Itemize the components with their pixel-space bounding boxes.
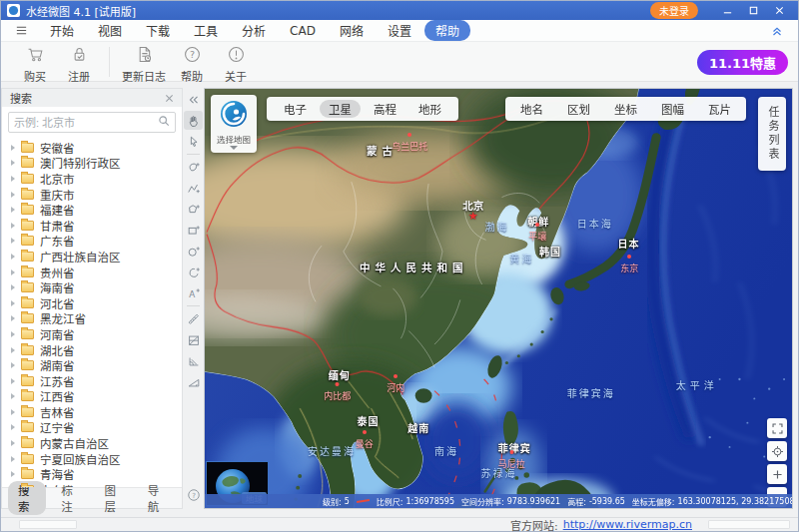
expand-arrow-icon[interactable]	[11, 269, 15, 275]
hamburger-menu-icon[interactable]	[11, 24, 31, 37]
measure-angle-tool[interactable]	[184, 351, 203, 370]
help-button[interactable]: ? 帮助	[170, 44, 214, 84]
promo-badge[interactable]: 11.11特惠	[697, 50, 788, 75]
draw-circle-tool[interactable]	[184, 242, 203, 261]
tree-item[interactable]: 澳门特别行政区	[2, 156, 182, 172]
tree-item[interactable]: 黑龙江省	[2, 311, 182, 327]
tree-item[interactable]: 吉林省	[2, 404, 182, 420]
tree-item[interactable]: 海南省	[2, 279, 182, 295]
fullscreen-button[interactable]	[767, 418, 787, 438]
expand-arrow-icon[interactable]	[11, 456, 15, 462]
menu-item-view[interactable]: 视图	[87, 20, 133, 41]
toggle-mapsheet[interactable]: 图幅	[652, 100, 693, 118]
tree-item[interactable]: 河北省	[2, 295, 182, 311]
map-help-icon[interactable]: ?	[184, 485, 203, 504]
collapse-ribbon-icon[interactable]	[766, 24, 788, 38]
tree-item[interactable]: 河南省	[2, 326, 182, 342]
layer-electronic[interactable]: 电子	[275, 100, 316, 118]
expand-arrow-icon[interactable]	[11, 471, 15, 477]
measure-area-tool[interactable]	[184, 330, 203, 349]
expand-arrow-icon[interactable]	[11, 160, 15, 166]
expand-arrow-icon[interactable]	[11, 238, 15, 244]
expand-arrow-icon[interactable]	[11, 223, 15, 229]
minimize-button[interactable]	[714, 2, 740, 19]
expand-arrow-icon[interactable]	[11, 300, 15, 306]
menu-item-settings[interactable]: 设置	[377, 20, 422, 41]
tree-item[interactable]: 重庆市	[2, 187, 182, 203]
menu-item-download[interactable]: 下载	[135, 20, 181, 41]
map-source-selector[interactable]: 选择地图	[211, 95, 257, 153]
close-button[interactable]	[766, 2, 792, 19]
draw-rectangle-tool[interactable]	[184, 221, 203, 240]
expand-arrow-icon[interactable]	[11, 331, 15, 337]
tree-item[interactable]: 湖南省	[2, 357, 182, 373]
layer-elevation[interactable]: 高程	[365, 100, 405, 118]
expand-arrow-icon[interactable]	[11, 424, 15, 430]
expand-arrow-icon[interactable]	[11, 378, 15, 384]
website-link[interactable]: http://www.rivermap.cn	[563, 518, 692, 531]
layer-terrain[interactable]: 地形	[409, 100, 450, 118]
layer-satellite[interactable]: 卫星	[320, 100, 361, 118]
expand-arrow-icon[interactable]	[11, 254, 15, 260]
draw-polygon-tool[interactable]	[184, 200, 203, 219]
tree-item[interactable]: 内蒙古自治区	[2, 435, 182, 451]
menu-item-analysis[interactable]: 分析	[231, 20, 277, 41]
tree-item[interactable]: 广东省	[2, 234, 182, 250]
tree-item[interactable]: 江苏省	[2, 373, 182, 389]
login-status-badge[interactable]: 未登录	[650, 2, 698, 19]
search-icon[interactable]	[158, 115, 170, 130]
tree-item[interactable]: 贵州省	[2, 265, 182, 280]
tree-item[interactable]: 福建省	[2, 202, 182, 218]
expand-arrow-icon[interactable]	[11, 284, 15, 290]
toggle-placenames[interactable]: 地名	[511, 100, 552, 118]
select-tool[interactable]	[184, 132, 203, 151]
toggle-tiles[interactable]: 瓦片	[699, 100, 740, 118]
menu-item-tools[interactable]: 工具	[183, 20, 229, 41]
expand-arrow-icon[interactable]	[11, 176, 15, 182]
menu-item-network[interactable]: 网络	[329, 20, 375, 41]
buy-button[interactable]: 购买	[13, 44, 57, 84]
draw-freehand-polygon-tool[interactable]	[184, 158, 203, 177]
tree-item[interactable]: 广西壮族自治区	[2, 249, 182, 265]
expand-arrow-icon[interactable]	[11, 347, 15, 353]
tree-item[interactable]: 江西省	[2, 389, 182, 405]
panel-close-icon[interactable]	[165, 94, 174, 103]
expand-arrow-icon[interactable]	[11, 192, 15, 198]
zoom-in-button[interactable]	[767, 464, 787, 484]
about-button[interactable]: 关于	[214, 44, 258, 84]
expand-arrow-icon[interactable]	[11, 409, 15, 415]
expand-arrow-icon[interactable]	[11, 315, 15, 321]
maximize-button[interactable]	[740, 2, 766, 19]
toggle-districts[interactable]: 区划	[558, 100, 599, 118]
expand-arrow-icon[interactable]	[11, 393, 15, 399]
tab-annotation[interactable]: 标注	[51, 481, 89, 515]
tree-item[interactable]: 甘肃省	[2, 218, 182, 234]
menu-item-help[interactable]: 帮助	[424, 20, 470, 41]
menu-item-cad[interactable]: CAD	[279, 22, 327, 40]
tree-item[interactable]: 安徽省	[2, 140, 182, 156]
tab-navigation[interactable]: 导航	[138, 481, 176, 515]
task-list-button[interactable]: 任务列表	[758, 97, 786, 171]
expand-arrow-icon[interactable]	[11, 207, 15, 213]
measure-slope-tool[interactable]	[184, 372, 203, 391]
locate-button[interactable]	[767, 441, 787, 461]
changelog-button[interactable]: 更新日志	[118, 44, 170, 84]
search-input[interactable]	[14, 117, 158, 129]
measure-distance-tool[interactable]	[184, 309, 203, 328]
draw-arc-tool[interactable]	[184, 263, 203, 281]
map-canvas[interactable]: 蒙古乌兰巴托北京★中华人民共和国朝鲜平壤韩国渤海黄海日本海日本东京太平洋菲律宾海…	[204, 88, 793, 509]
expand-arrow-icon[interactable]	[11, 362, 15, 368]
tree-item[interactable]: 辽宁省	[2, 420, 182, 436]
toggle-coordinates[interactable]: 坐标	[605, 100, 646, 118]
expand-arrow-icon[interactable]	[11, 440, 15, 446]
expand-arrow-icon[interactable]	[11, 145, 15, 151]
add-text-tool[interactable]: A	[184, 283, 203, 302]
menu-item-start[interactable]: 开始	[39, 20, 85, 41]
draw-polyline-tool[interactable]	[184, 179, 203, 198]
tree-item[interactable]: 青海省	[2, 466, 182, 482]
pan-tool[interactable]	[184, 111, 203, 130]
tree-item[interactable]: 宁夏回族自治区	[2, 451, 182, 467]
tree-item[interactable]: 北京市	[2, 171, 182, 187]
tree-item[interactable]: 湖北省	[2, 342, 182, 358]
tab-layers[interactable]: 图层	[95, 481, 133, 515]
